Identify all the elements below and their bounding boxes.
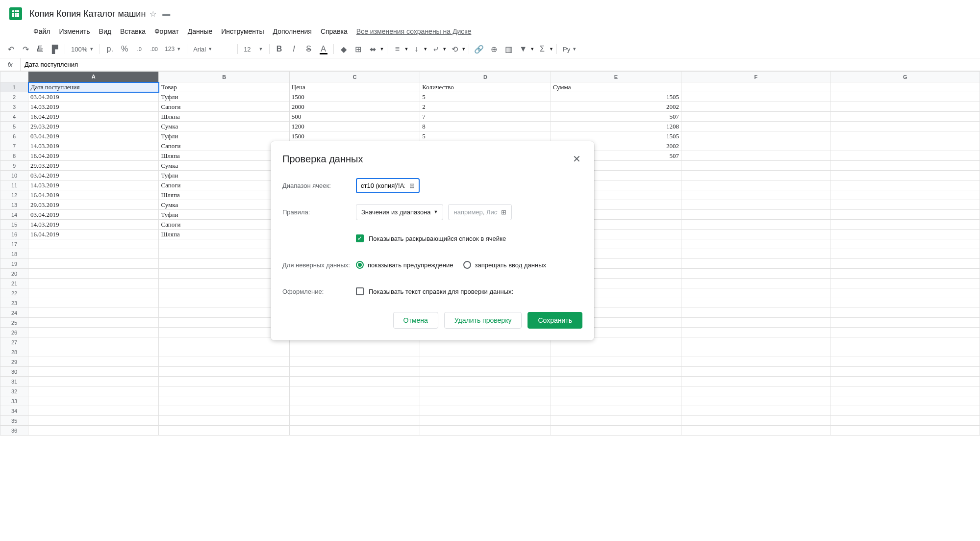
- cell[interactable]: [551, 396, 681, 406]
- decrease-decimal-icon[interactable]: .0: [132, 42, 146, 56]
- cell[interactable]: [28, 406, 159, 416]
- cell[interactable]: [681, 141, 830, 151]
- input-language-select[interactable]: Ру▼: [560, 43, 579, 55]
- remove-validation-button[interactable]: Удалить проверку: [444, 312, 522, 329]
- cell[interactable]: [159, 347, 289, 357]
- cell[interactable]: [159, 298, 289, 308]
- cell[interactable]: 03.04.2019: [28, 92, 159, 102]
- cell[interactable]: [420, 357, 551, 367]
- row-header[interactable]: 26: [0, 328, 28, 337]
- row-header[interactable]: 24: [0, 308, 28, 318]
- strikethrough-icon[interactable]: S: [302, 42, 316, 56]
- fill-color-icon[interactable]: ◆: [337, 42, 351, 56]
- cell[interactable]: 14.03.2019: [28, 141, 159, 151]
- cell[interactable]: [830, 288, 980, 298]
- cell[interactable]: [830, 377, 980, 386]
- cell[interactable]: [681, 426, 830, 436]
- cell[interactable]: 500: [289, 112, 420, 122]
- cell[interactable]: [159, 426, 289, 436]
- radio-reject-button[interactable]: [463, 261, 471, 269]
- cell[interactable]: [159, 357, 289, 367]
- cell[interactable]: [159, 249, 289, 259]
- row-header[interactable]: 3: [0, 102, 28, 112]
- row-header[interactable]: 8: [0, 151, 28, 161]
- borders-icon[interactable]: ⊞: [352, 42, 365, 56]
- row-header[interactable]: 34: [0, 406, 28, 416]
- row-header[interactable]: 25: [0, 318, 28, 328]
- menu-insert[interactable]: Вставка: [116, 26, 150, 37]
- cell[interactable]: Сумка: [159, 122, 289, 131]
- save-button[interactable]: Сохранить: [528, 312, 582, 329]
- cell[interactable]: [830, 200, 980, 210]
- cell[interactable]: 16.04.2019: [28, 230, 159, 239]
- cell[interactable]: [289, 357, 420, 367]
- cell[interactable]: Сапоги: [159, 141, 289, 151]
- cancel-button[interactable]: Отмена: [393, 312, 438, 329]
- cell[interactable]: [830, 406, 980, 416]
- cell[interactable]: [681, 151, 830, 161]
- cell[interactable]: 5: [420, 92, 551, 102]
- cell[interactable]: 29.03.2019: [28, 161, 159, 171]
- cell[interactable]: 1200: [289, 122, 420, 131]
- cell[interactable]: [681, 416, 830, 426]
- column-header-c[interactable]: C: [289, 72, 420, 82]
- cell[interactable]: 14.03.2019: [28, 102, 159, 112]
- cell[interactable]: [681, 347, 830, 357]
- cell[interactable]: [830, 151, 980, 161]
- cell[interactable]: [159, 259, 289, 269]
- cell[interactable]: Шляпа: [159, 151, 289, 161]
- cell[interactable]: [28, 426, 159, 436]
- cell[interactable]: [830, 426, 980, 436]
- cell[interactable]: [681, 112, 830, 122]
- cell[interactable]: [681, 102, 830, 112]
- cell[interactable]: 16.04.2019: [28, 112, 159, 122]
- star-icon[interactable]: ☆: [150, 9, 156, 19]
- cell[interactable]: [681, 288, 830, 298]
- show-help-text-checkbox[interactable]: [356, 287, 364, 295]
- cell[interactable]: [681, 210, 830, 220]
- cell[interactable]: [420, 396, 551, 406]
- cell[interactable]: [420, 406, 551, 416]
- cell[interactable]: 14.03.2019: [28, 220, 159, 230]
- rules-dropdown[interactable]: Значения из диапазона ▼: [356, 204, 443, 220]
- insert-chart-icon[interactable]: ▥: [502, 42, 515, 56]
- cell[interactable]: 03.04.2019: [28, 171, 159, 180]
- cell[interactable]: 03.04.2019: [28, 131, 159, 141]
- italic-icon[interactable]: I: [287, 42, 301, 56]
- cell[interactable]: [830, 82, 980, 92]
- cell[interactable]: Туфли: [159, 92, 289, 102]
- cell[interactable]: 14.03.2019: [28, 180, 159, 190]
- cell[interactable]: [681, 220, 830, 230]
- cell[interactable]: [289, 416, 420, 426]
- radio-reject-input[interactable]: запрещать ввод данных: [463, 261, 547, 269]
- column-header-g[interactable]: G: [830, 72, 980, 82]
- cell[interactable]: [830, 328, 980, 337]
- cell[interactable]: 2002: [551, 102, 681, 112]
- cell[interactable]: [830, 210, 980, 220]
- cell[interactable]: [830, 220, 980, 230]
- cell[interactable]: Туфли: [159, 131, 289, 141]
- cell[interactable]: 29.03.2019: [28, 122, 159, 131]
- cell[interactable]: Сумма: [551, 82, 681, 92]
- cell[interactable]: [551, 386, 681, 396]
- row-header[interactable]: 31: [0, 377, 28, 386]
- cell[interactable]: [681, 367, 830, 377]
- cell[interactable]: [159, 279, 289, 288]
- row-header[interactable]: 21: [0, 279, 28, 288]
- cell[interactable]: [830, 141, 980, 151]
- cell[interactable]: [159, 288, 289, 298]
- cell[interactable]: Шляпа: [159, 230, 289, 239]
- cell[interactable]: Сумка: [159, 200, 289, 210]
- cell[interactable]: Шляпа: [159, 190, 289, 200]
- cell[interactable]: [681, 249, 830, 259]
- menu-data[interactable]: Данные: [184, 26, 217, 37]
- cell[interactable]: [830, 337, 980, 347]
- row-header[interactable]: 20: [0, 269, 28, 279]
- row-header[interactable]: 4: [0, 112, 28, 122]
- cell[interactable]: 1500: [289, 131, 420, 141]
- insert-comment-icon[interactable]: ⊕: [487, 42, 501, 56]
- row-header[interactable]: 10: [0, 171, 28, 180]
- cell[interactable]: [830, 367, 980, 377]
- cell[interactable]: [830, 298, 980, 308]
- cell[interactable]: [830, 180, 980, 190]
